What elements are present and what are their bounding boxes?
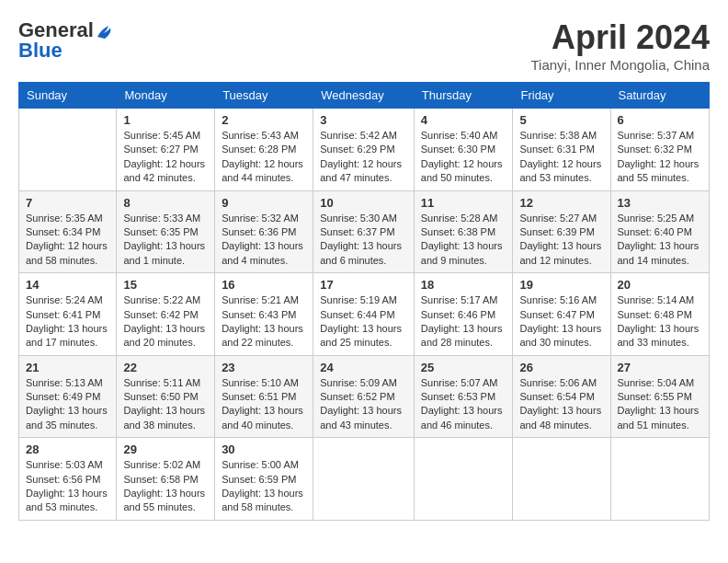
calendar-cell: 10Sunrise: 5:30 AMSunset: 6:37 PMDayligh… (313, 190, 415, 273)
calendar-cell: 2Sunrise: 5:43 AMSunset: 6:28 PMDaylight… (215, 109, 313, 191)
day-number: 15 (123, 278, 208, 292)
calendar-cell: 22Sunrise: 5:11 AMSunset: 6:50 PMDayligh… (117, 355, 215, 438)
logo-blue-text: Blue (18, 39, 63, 63)
cell-content: Sunrise: 5:09 AMSunset: 6:52 PMDaylight:… (320, 376, 407, 433)
calendar-week-row: 14Sunrise: 5:24 AMSunset: 6:41 PMDayligh… (19, 273, 710, 356)
calendar-cell: 13Sunrise: 5:25 AMSunset: 6:40 PMDayligh… (610, 190, 710, 273)
cell-content: Sunrise: 5:32 AMSunset: 6:36 PMDaylight:… (222, 212, 306, 269)
cell-content: Sunrise: 5:11 AMSunset: 6:50 PMDaylight:… (123, 376, 208, 433)
weekday-header: Monday (117, 83, 215, 109)
calendar-cell: 12Sunrise: 5:27 AMSunset: 6:39 PMDayligh… (513, 190, 610, 273)
cell-content: Sunrise: 5:35 AMSunset: 6:34 PMDaylight:… (26, 212, 109, 269)
calendar-cell: 9Sunrise: 5:32 AMSunset: 6:36 PMDaylight… (215, 190, 313, 273)
day-number: 20 (618, 278, 703, 292)
page-header: General Blue April 2024 Tianyi, Inner Mo… (18, 18, 710, 73)
cell-content: Sunrise: 5:43 AMSunset: 6:28 PMDaylight:… (222, 129, 306, 186)
day-number: 11 (421, 196, 506, 210)
calendar-week-row: 21Sunrise: 5:13 AMSunset: 6:49 PMDayligh… (19, 355, 710, 438)
calendar-cell: 1Sunrise: 5:45 AMSunset: 6:27 PMDaylight… (117, 109, 215, 191)
weekday-header: Wednesday (313, 83, 415, 109)
weekday-header: Saturday (610, 83, 710, 109)
day-number: 6 (618, 113, 703, 127)
cell-content: Sunrise: 5:33 AMSunset: 6:35 PMDaylight:… (123, 212, 208, 269)
day-number: 27 (618, 361, 703, 374)
calendar-cell: 27Sunrise: 5:04 AMSunset: 6:55 PMDayligh… (610, 355, 710, 438)
cell-content: Sunrise: 5:24 AMSunset: 6:41 PMDaylight:… (26, 293, 109, 350)
cell-content: Sunrise: 5:03 AMSunset: 6:56 PMDaylight:… (26, 458, 109, 515)
day-number: 5 (519, 113, 603, 127)
calendar-cell: 8Sunrise: 5:33 AMSunset: 6:35 PMDaylight… (117, 190, 215, 273)
cell-content: Sunrise: 5:30 AMSunset: 6:37 PMDaylight:… (320, 212, 407, 269)
day-number: 28 (26, 442, 109, 456)
day-number: 2 (222, 113, 306, 127)
calendar-cell: 6Sunrise: 5:37 AMSunset: 6:32 PMDaylight… (610, 109, 710, 191)
cell-content: Sunrise: 5:22 AMSunset: 6:42 PMDaylight:… (123, 293, 208, 350)
calendar-cell: 29Sunrise: 5:02 AMSunset: 6:58 PMDayligh… (117, 438, 215, 521)
cell-content: Sunrise: 5:45 AMSunset: 6:27 PMDaylight:… (123, 129, 208, 186)
location-text: Tianyi, Inner Mongolia, China (530, 57, 710, 73)
weekday-header: Thursday (414, 83, 513, 109)
cell-content: Sunrise: 5:25 AMSunset: 6:40 PMDaylight:… (618, 212, 703, 269)
cell-content: Sunrise: 5:21 AMSunset: 6:43 PMDaylight:… (222, 293, 306, 350)
day-number: 9 (222, 196, 306, 210)
calendar-header-row: SundayMondayTuesdayWednesdayThursdayFrid… (19, 83, 710, 109)
calendar-cell: 20Sunrise: 5:14 AMSunset: 6:48 PMDayligh… (610, 273, 710, 356)
day-number: 16 (222, 278, 306, 292)
calendar-cell: 5Sunrise: 5:38 AMSunset: 6:31 PMDaylight… (513, 109, 610, 191)
calendar-cell (610, 438, 710, 521)
calendar-week-row: 1Sunrise: 5:45 AMSunset: 6:27 PMDaylight… (19, 109, 710, 191)
day-number: 22 (123, 361, 208, 374)
cell-content: Sunrise: 5:42 AMSunset: 6:29 PMDaylight:… (320, 129, 407, 186)
cell-content: Sunrise: 5:37 AMSunset: 6:32 PMDaylight:… (618, 129, 703, 186)
calendar-cell: 4Sunrise: 5:40 AMSunset: 6:30 PMDaylight… (414, 109, 513, 191)
calendar-week-row: 28Sunrise: 5:03 AMSunset: 6:56 PMDayligh… (19, 438, 710, 521)
calendar-cell: 3Sunrise: 5:42 AMSunset: 6:29 PMDaylight… (313, 109, 415, 191)
calendar-week-row: 7Sunrise: 5:35 AMSunset: 6:34 PMDaylight… (19, 190, 710, 273)
day-number: 25 (421, 361, 506, 374)
day-number: 3 (320, 113, 407, 127)
calendar-table: SundayMondayTuesdayWednesdayThursdayFrid… (18, 82, 710, 521)
day-number: 29 (123, 442, 208, 456)
cell-content: Sunrise: 5:27 AMSunset: 6:39 PMDaylight:… (519, 212, 603, 269)
weekday-header: Friday (513, 83, 610, 109)
cell-content: Sunrise: 5:06 AMSunset: 6:54 PMDaylight:… (519, 376, 603, 433)
calendar-cell: 23Sunrise: 5:10 AMSunset: 6:51 PMDayligh… (215, 355, 313, 438)
day-number: 18 (421, 278, 506, 292)
calendar-cell: 21Sunrise: 5:13 AMSunset: 6:49 PMDayligh… (19, 355, 117, 438)
day-number: 23 (222, 361, 306, 374)
day-number: 14 (26, 278, 109, 292)
calendar-cell (19, 109, 117, 191)
day-number: 13 (618, 196, 703, 210)
cell-content: Sunrise: 5:38 AMSunset: 6:31 PMDaylight:… (519, 129, 603, 186)
day-number: 8 (123, 196, 208, 210)
calendar-cell: 26Sunrise: 5:06 AMSunset: 6:54 PMDayligh… (513, 355, 610, 438)
calendar-cell: 15Sunrise: 5:22 AMSunset: 6:42 PMDayligh… (117, 273, 215, 356)
cell-content: Sunrise: 5:07 AMSunset: 6:53 PMDaylight:… (421, 376, 506, 433)
day-number: 17 (320, 278, 407, 292)
cell-content: Sunrise: 5:14 AMSunset: 6:48 PMDaylight:… (618, 293, 703, 350)
month-title: April 2024 (530, 18, 710, 57)
calendar-cell: 28Sunrise: 5:03 AMSunset: 6:56 PMDayligh… (19, 438, 117, 521)
title-block: April 2024 Tianyi, Inner Mongolia, China (530, 18, 710, 73)
day-number: 30 (222, 442, 306, 456)
cell-content: Sunrise: 5:16 AMSunset: 6:47 PMDaylight:… (519, 293, 603, 350)
calendar-cell (414, 438, 513, 521)
cell-content: Sunrise: 5:10 AMSunset: 6:51 PMDaylight:… (222, 376, 306, 433)
calendar-cell: 17Sunrise: 5:19 AMSunset: 6:44 PMDayligh… (313, 273, 415, 356)
cell-content: Sunrise: 5:40 AMSunset: 6:30 PMDaylight:… (421, 129, 506, 186)
calendar-cell: 24Sunrise: 5:09 AMSunset: 6:52 PMDayligh… (313, 355, 415, 438)
weekday-header: Tuesday (215, 83, 313, 109)
day-number: 26 (519, 361, 603, 374)
day-number: 12 (519, 196, 603, 210)
logo: General Blue (18, 18, 112, 63)
calendar-cell (513, 438, 610, 521)
calendar-cell: 11Sunrise: 5:28 AMSunset: 6:38 PMDayligh… (414, 190, 513, 273)
calendar-cell: 14Sunrise: 5:24 AMSunset: 6:41 PMDayligh… (19, 273, 117, 356)
calendar-cell: 30Sunrise: 5:00 AMSunset: 6:59 PMDayligh… (215, 438, 313, 521)
cell-content: Sunrise: 5:02 AMSunset: 6:58 PMDaylight:… (123, 458, 208, 515)
day-number: 1 (123, 113, 208, 127)
calendar-cell: 16Sunrise: 5:21 AMSunset: 6:43 PMDayligh… (215, 273, 313, 356)
day-number: 4 (421, 113, 506, 127)
cell-content: Sunrise: 5:13 AMSunset: 6:49 PMDaylight:… (26, 376, 109, 433)
calendar-cell: 18Sunrise: 5:17 AMSunset: 6:46 PMDayligh… (414, 273, 513, 356)
